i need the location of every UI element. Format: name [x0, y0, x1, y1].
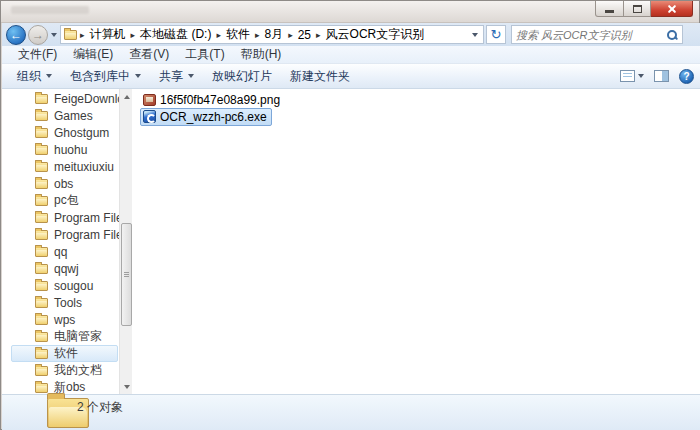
toolbar-button[interactable]: 包含到库中	[61, 65, 150, 88]
sidebar-item-wps[interactable]: wps	[2, 311, 119, 328]
sidebar-item-label: Tools	[54, 296, 82, 310]
dropdown-caret-icon	[135, 74, 141, 78]
sidebar-item-label: qqwj	[54, 262, 79, 276]
sidebar-item-obs[interactable]: obs	[2, 175, 119, 192]
sidebar-item-label: meituxiuxiu	[54, 160, 114, 174]
help-button[interactable]: ?	[679, 69, 694, 84]
breadcrumb-item[interactable]: 风云OCR文字识别	[322, 26, 429, 43]
maximize-icon	[633, 5, 642, 13]
address-dropdown-icon[interactable]	[472, 33, 478, 37]
file-row[interactable]: OCR_wzzh-pc6.exe	[140, 108, 700, 125]
preview-pane-button[interactable]	[654, 70, 669, 82]
sidebar-item-label: Ghostgum	[54, 126, 109, 140]
nav-history-caret-icon[interactable]	[51, 33, 57, 37]
breadcrumb-item[interactable]: 计算机	[86, 26, 130, 43]
item-count: 2 个对象	[77, 399, 123, 416]
maximize-button[interactable]	[624, 1, 651, 17]
sidebar-item-sougou[interactable]: sougou	[2, 277, 119, 294]
window-controls	[595, 1, 693, 17]
sidebar-item-huohu[interactable]: huohu	[2, 141, 119, 158]
folder-icon	[35, 179, 48, 189]
change-view-button[interactable]	[620, 70, 644, 82]
details-pane: 2 个对象	[2, 394, 700, 430]
toolbar-button-label: 组织	[17, 68, 41, 85]
toolbar-button[interactable]: 放映幻灯片	[203, 65, 281, 88]
file-name: 16f5f0fb47e08a99.png	[160, 93, 280, 107]
explorer-window: ← → ▸计算机▸本地磁盘 (D:)▸软件▸8月▸25▸风云OCR文字识别 ↻ …	[0, 0, 700, 430]
folder-icon	[35, 111, 48, 121]
folder-icon	[35, 128, 48, 138]
ocr-app-icon	[143, 110, 156, 123]
toolbar-button-label: 共享	[159, 68, 183, 85]
toolbar-button[interactable]: 组织	[8, 65, 61, 88]
sidebar-item-qq[interactable]: qq	[2, 243, 119, 260]
sidebar-item-FeigeDownloa[interactable]: FeigeDownloa	[2, 90, 119, 107]
sidebar-item-label: Games	[54, 109, 93, 123]
sidebar-item-软件[interactable]: 软件	[2, 345, 119, 362]
content-area: FeigeDownloaGamesGhostgumhuohumeituxiuxi…	[2, 89, 700, 394]
sidebar-item-电脑管家[interactable]: 电脑管家	[2, 328, 119, 345]
menu-item[interactable]: 工具(T)	[177, 45, 232, 64]
folder-icon	[35, 332, 48, 342]
folder-icon	[35, 213, 48, 223]
file-row[interactable]: 16f5f0fb47e08a99.png	[140, 91, 700, 108]
sidebar-item-label: Program Files	[54, 228, 119, 242]
sidebar-item-Program Files[interactable]: Program Files	[2, 226, 119, 243]
back-button[interactable]: ←	[6, 25, 26, 45]
scroll-down-icon	[124, 385, 130, 389]
folder-tree: FeigeDownloaGamesGhostgumhuohumeituxiuxi…	[2, 89, 119, 394]
file-list: 16f5f0fb47e08a99.pngOCR_wzzh-pc6.exe	[132, 89, 700, 394]
sidebar-item-label: 电脑管家	[54, 328, 102, 345]
sidebar-item-label: FeigeDownloa	[54, 92, 119, 106]
toolbar-button-label: 包含到库中	[70, 68, 130, 85]
sidebar-item-label: 新obs	[54, 379, 85, 394]
image-file-icon	[143, 94, 156, 106]
scrollbar-thumb[interactable]	[121, 223, 132, 326]
scroll-up-icon	[124, 95, 130, 99]
sidebar-item-label: 我的文档	[54, 362, 102, 379]
sidebar-scrollbar[interactable]	[119, 89, 132, 394]
forward-button[interactable]: →	[28, 25, 48, 45]
sidebar-item-Program Files[interactable]: Program Files	[2, 209, 119, 226]
file-row-inner: 16f5f0fb47e08a99.png	[140, 91, 285, 109]
toolbar-button[interactable]: 新建文件夹	[281, 65, 359, 88]
address-bar[interactable]: ▸计算机▸本地磁盘 (D:)▸软件▸8月▸25▸风云OCR文字识别	[60, 25, 484, 44]
folder-icon	[35, 349, 48, 359]
sidebar-item-meituxiuxiu[interactable]: meituxiuxiu	[2, 158, 119, 175]
menu-item[interactable]: 编辑(E)	[65, 45, 121, 64]
scroll-down-button[interactable]	[120, 379, 133, 394]
sidebar-item-label: Program Files	[54, 211, 119, 225]
close-button[interactable]	[651, 1, 693, 17]
scroll-up-button[interactable]	[120, 89, 133, 104]
breadcrumb-item[interactable]: 软件	[222, 26, 254, 43]
sidebar-item-label: obs	[54, 177, 73, 191]
refresh-button[interactable]: ↻	[486, 25, 506, 44]
search-icon[interactable]	[666, 29, 678, 41]
breadcrumb: ▸计算机▸本地磁盘 (D:)▸软件▸8月▸25▸风云OCR文字识别	[79, 26, 428, 43]
menu-item[interactable]: 文件(F)	[10, 45, 65, 64]
breadcrumb-item[interactable]: 8月	[260, 26, 287, 43]
menu-item[interactable]: 帮助(H)	[233, 45, 290, 64]
toolbar-buttons: 组织包含到库中共享放映幻灯片新建文件夹	[8, 65, 359, 88]
folder-icon	[35, 383, 48, 393]
sidebar-item-qqwj[interactable]: qqwj	[2, 260, 119, 277]
sidebar-item-Games[interactable]: Games	[2, 107, 119, 124]
navigation-bar: ← → ▸计算机▸本地磁盘 (D:)▸软件▸8月▸25▸风云OCR文字识别 ↻	[2, 23, 700, 46]
minimize-button[interactable]	[595, 1, 624, 17]
sidebar-item-新obs[interactable]: 新obs	[2, 379, 119, 394]
sidebar-item-Tools[interactable]: Tools	[2, 294, 119, 311]
toolbar-button[interactable]: 共享	[150, 65, 203, 88]
sidebar-item-label: huohu	[54, 143, 87, 157]
close-icon	[667, 4, 677, 14]
sidebar-item-pc包[interactable]: pc包	[2, 192, 119, 209]
sidebar-item-我的文档[interactable]: 我的文档	[2, 362, 119, 379]
file-name: OCR_wzzh-pc6.exe	[160, 110, 267, 124]
breadcrumb-item[interactable]: 25	[294, 28, 315, 42]
search-box[interactable]	[511, 25, 683, 44]
breadcrumb-item[interactable]: 本地磁盘 (D:)	[136, 26, 215, 43]
folder-icon	[35, 247, 48, 257]
menu-item[interactable]: 查看(V)	[121, 45, 177, 64]
title-bar[interactable]	[1, 1, 699, 23]
sidebar-item-Ghostgum[interactable]: Ghostgum	[2, 124, 119, 141]
search-input[interactable]	[516, 29, 666, 41]
